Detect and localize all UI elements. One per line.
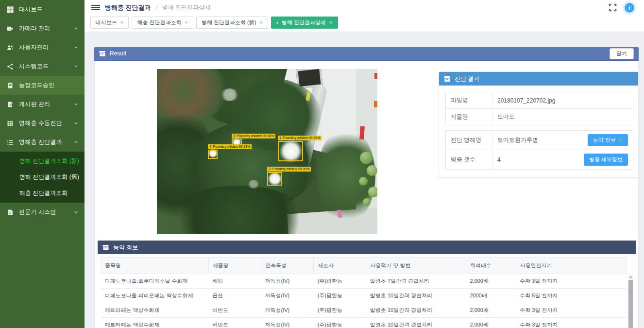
diagnosis-row: 병증 갯수4병증 세부정보 (446, 150, 633, 170)
pesticide-cell: (주)팜한농 (314, 303, 366, 318)
check-icon: ✔ (618, 137, 623, 143)
pesticide-cell: 옵션 (208, 289, 261, 303)
pesticide-column-header: 사용안전시기 (516, 258, 626, 274)
system-code-icon (6, 63, 14, 70)
pesticide-row[interactable]: 디페노코나졸.플루디옥소닐 수화제배팅저독성(IV)(주)팜한농발병초 7일간격… (101, 274, 627, 289)
tab-label: 병해 진단결과조회 (新) (202, 19, 256, 26)
close-button[interactable]: 닫기 (610, 48, 634, 59)
pesticide-cell: 2000배 (466, 289, 516, 303)
app-root: 대시보드카메라 관리사용자관리시스템코드농장코드승인게시판 관리병해충 수동진단… (0, 0, 644, 328)
result-panel-body: 1: Powdery mildew 99.99%2: Powdery milde… (94, 61, 639, 328)
result-panel-header: Result 닫기 (94, 47, 639, 61)
dashboard-icon (6, 6, 14, 13)
pesticide-column-header: 제조사 (314, 258, 366, 274)
diagnosis-label: 작물명 (446, 109, 492, 125)
sidebar-item-system-code[interactable]: 시스템코드 (0, 57, 85, 76)
sidebar: 대시보드카메라 관리사용자관리시스템코드농장코드승인게시판 관리병해충 수동진단… (0, 0, 85, 328)
pesticide-cell: 저독성(IV) (261, 289, 313, 303)
symptom-detail-button[interactable]: 병증 세부정보 (584, 154, 628, 166)
pesticide-cell: 2,000배 (466, 303, 516, 318)
red-tag (374, 73, 377, 79)
fullscreen-icon[interactable] (609, 3, 617, 12)
pesticide-cell: 저독성(IV) (261, 274, 313, 289)
tab-bar: 대시보드×해충 진단결과조회×병해 진단결과조회 (新)×●병해 진단결과상세× (85, 15, 644, 32)
pesticide-cell: 비반도 (208, 303, 261, 318)
tab-close-icon[interactable]: × (259, 20, 262, 25)
sidebar-submenu: 병해 진단결과조회 (新)병해 진단결과조회 (舊)해충 진단결과조회 (0, 152, 85, 203)
sidebar-item-board[interactable]: 게시판 관리 (0, 95, 85, 114)
diagnosis-label: 진단 병해명 (446, 131, 492, 150)
pesticide-row[interactable]: 메트라페논 액상수화제비반도저독성(IV)(주)팜한농발병초 10일간격 경엽처… (101, 318, 627, 328)
tab-close-icon[interactable]: × (120, 20, 123, 25)
pesticide-column-header: 희석배수 (466, 258, 516, 274)
tab-label: 병해 진단결과상세 (282, 19, 326, 26)
manual-diagnosis-icon (6, 120, 14, 127)
content-area: Result 닫기 (85, 32, 644, 328)
diagnosis-value: 토마토 (497, 113, 515, 120)
top-bar: 병해충 진단결과 / 병해 진단결과상세 i 대시보드×해충 진단결과 (85, 0, 644, 32)
chevron-down-icon (74, 45, 78, 50)
pesticide-row[interactable]: 디페노코나졸.피리오페논 액상수화제옵션저독성(IV)(주)팜한농발병초 10일… (101, 289, 627, 303)
tab-label: 대시보드 (96, 19, 117, 26)
pesticide-cell: 2,000배 (466, 274, 516, 289)
sidebar-item-label: 대시보드 (19, 5, 43, 14)
sidebar-item-label: 시스템코드 (19, 62, 49, 70)
sidebar-item-manual-diagnosis[interactable]: 병해충 수동진단 (0, 114, 85, 133)
pesticide-cell: 저독성(IV) (261, 303, 313, 318)
pesticide-cell: 디페노코나졸.플루디옥소닐 수화제 (101, 274, 209, 289)
scrollbar-thumb[interactable] (628, 280, 633, 328)
pesticide-info-button[interactable]: 농약 정보✔ (588, 134, 628, 146)
detection-label: 3: Powdery mildew 99.98% (232, 134, 275, 138)
archive-icon (444, 76, 450, 82)
sidebar-item-dashboard[interactable]: 대시보드 (0, 0, 85, 19)
table-scrollbar[interactable]: ▲ (628, 275, 633, 328)
sidebar-subitem[interactable]: 병해 진단결과조회 (新) (0, 153, 85, 169)
pesticide-column-header: 품목명 (101, 258, 209, 274)
pesticide-table: 품목명제품명인축독성제조사사용적기 및 방법희석배수사용안전시기 디페노코나졸.… (101, 257, 627, 328)
sidebar-subitem[interactable]: 병해 진단결과조회 (舊) (0, 169, 85, 185)
scrollbar-up-arrow[interactable]: ▲ (629, 275, 632, 279)
tab-close-icon[interactable]: × (329, 20, 332, 25)
sidebar-subitem[interactable]: 해충 진단결과조회 (0, 185, 85, 201)
sidebar-item-farm-code[interactable]: 농장코드승인 (0, 76, 85, 95)
orange-tag (374, 101, 377, 107)
sidebar-item-label: 농장코드승인 (19, 81, 54, 89)
menu-toggle-icon[interactable] (91, 4, 100, 12)
tab-병해 진단결과조회 (新)[interactable]: 병해 진단결과조회 (新)× (196, 17, 268, 29)
diagnosis-row: 파일명20180107_220702.jpg (446, 92, 633, 109)
info-icon[interactable]: i (625, 3, 634, 13)
sidebar-item-expert[interactable]: 전문가 시스템 (0, 203, 85, 222)
diagnosis-photo: 1: Powdery mildew 99.99%2: Powdery milde… (157, 69, 377, 234)
chevron-down-icon (74, 102, 78, 106)
breadcrumb-page: 병해 진단결과상세 (162, 3, 210, 12)
pesticide-column-header: 제품명 (208, 258, 261, 274)
pesticide-row[interactable]: 메트라페논 액상수화제비반도저독성(IV)(주)팜한농발병초 10일간격 경엽처… (101, 303, 627, 318)
diagnosis-panel-header: 진단 결과 (439, 72, 639, 86)
pesticide-cell: 발병초 10일간격 경엽처리 (366, 289, 466, 303)
pesticide-info-panel: 농약 정보 품목명제품명인축독성제조사사용적기 및 방법희석배수사용안전시기 디… (98, 241, 636, 328)
diagnosis-panel-body: 파일명20180107_220702.jpg작물명토마토 진단 병해명토마토흰가… (439, 86, 639, 177)
green-tomato (359, 177, 368, 186)
pesticide-cell: (주)팜한농 (314, 274, 366, 289)
pesticide-cell: (주)팜한농 (314, 289, 366, 303)
pesticide-table-wrap: 품목명제품명인축독성제조사사용적기 및 방법희석배수사용안전시기 디페노코나졸.… (98, 254, 636, 328)
tab-대시보드[interactable]: 대시보드× (90, 17, 129, 29)
chevron-down-icon (74, 26, 78, 31)
tab-해충 진단결과조회[interactable]: 해충 진단결과조회× (132, 17, 193, 29)
tab-close-icon[interactable]: × (185, 20, 188, 25)
diagnosis-panel-title: 진단 결과 (455, 75, 479, 83)
topbar-actions: i (609, 3, 637, 13)
archive-icon (99, 51, 105, 57)
tab-병해 진단결과상세[interactable]: ●병해 진단결과상세× (271, 17, 338, 29)
mildew-spot (247, 180, 260, 189)
breadcrumb-row: 병해충 진단결과 / 병해 진단결과상세 i (85, 0, 644, 15)
pesticide-cell: 수확 5일 전까지 (516, 289, 626, 303)
detection-box (278, 141, 303, 161)
sidebar-item-diagnosis-result[interactable]: 병해충 진단결과 (0, 133, 85, 152)
sidebar-item-label: 병해충 수동진단 (19, 119, 62, 127)
pesticide-cell: 수확 3일 전까지 (516, 274, 626, 289)
sidebar-item-camera[interactable]: 카메라 관리 (0, 19, 85, 38)
diagnosis-result-icon (6, 138, 14, 146)
sidebar-item-users[interactable]: 사용자관리 (0, 38, 85, 57)
result-panel: Result 닫기 (94, 47, 639, 328)
